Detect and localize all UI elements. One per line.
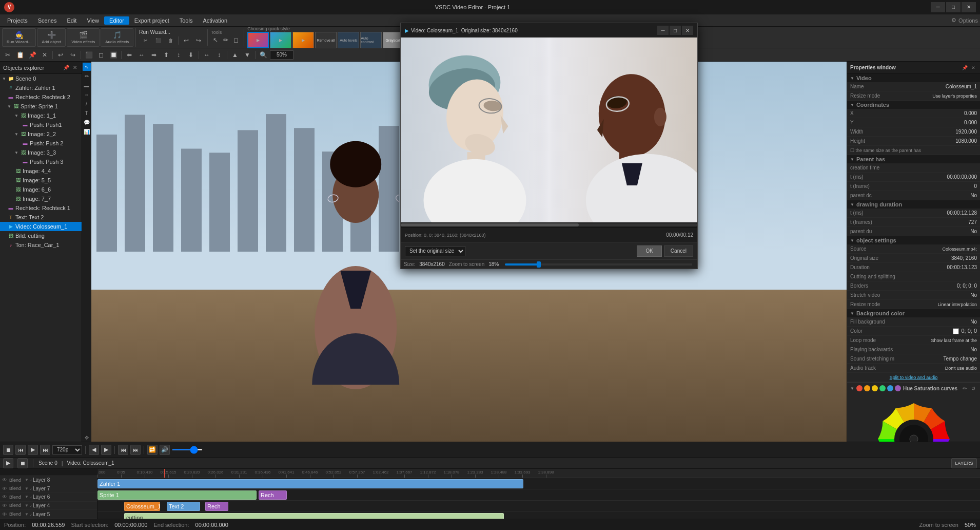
clip-colosseum[interactable]: Colosseum_1 bbox=[124, 502, 160, 511]
tb2-cut[interactable]: ✂ bbox=[2, 50, 13, 60]
tree-text2[interactable]: T Text: Text 2 bbox=[0, 213, 82, 222]
close-button[interactable]: ✕ bbox=[962, 2, 976, 12]
tree-rechteck1[interactable]: ▬ Rechteck: Rechteck 1 bbox=[0, 203, 82, 213]
tb2-deselect[interactable]: ◻ bbox=[95, 50, 107, 60]
modal-scroll-thumb[interactable] bbox=[401, 223, 579, 226]
tb2-align-middle[interactable]: ↕ bbox=[173, 50, 184, 60]
rewind-btn[interactable]: ⏮ bbox=[15, 445, 26, 455]
clip-text2[interactable]: Text 2 bbox=[167, 502, 200, 511]
tree-image55[interactable]: 🖼 Image: 5_5 bbox=[0, 176, 82, 185]
audio-effects-button[interactable]: 🎵 Audio effects bbox=[101, 28, 133, 47]
tree-image66[interactable]: 🖼 Image: 6_6 bbox=[0, 185, 82, 194]
tb2-copy[interactable]: 📋 bbox=[14, 50, 26, 60]
delete-btn[interactable]: 🗑 bbox=[165, 35, 176, 46]
pen-tool[interactable]: ✏ bbox=[221, 35, 230, 45]
quick-style-remove[interactable]: Remove all bbox=[315, 32, 337, 48]
clip-sprite1[interactable]: Sprite 1 bbox=[97, 490, 257, 500]
tb2-align-left[interactable]: ⬅ bbox=[124, 50, 135, 60]
add-object-button[interactable]: ➕ Add object bbox=[37, 28, 66, 47]
props-video-section[interactable]: ▼ Video bbox=[847, 74, 980, 82]
props-pin-btn[interactable]: 📌 bbox=[961, 64, 968, 71]
tb2-undo[interactable]: ↩ bbox=[55, 50, 66, 60]
tree-bild-cutting[interactable]: 🖼 Bild: cutting bbox=[0, 231, 82, 240]
tb2-paste[interactable]: 📌 bbox=[27, 50, 38, 60]
hue-pencil-btn[interactable]: ✏ bbox=[961, 385, 968, 392]
props-drawing-section[interactable]: ▼ drawing duration bbox=[847, 200, 980, 209]
props-bg-section[interactable]: ▼ Background color bbox=[847, 309, 980, 317]
tb2-group[interactable]: 🔲 bbox=[108, 50, 119, 60]
color-dot-purple[interactable] bbox=[895, 385, 901, 391]
tb2-flip-v[interactable]: ↕ bbox=[213, 50, 225, 60]
rect-tool-btn[interactable]: ▬ bbox=[83, 81, 91, 89]
play-btn[interactable]: ▶ bbox=[28, 445, 38, 455]
undo-btn[interactable]: ↩ bbox=[181, 35, 192, 46]
color-dot-blue[interactable] bbox=[887, 385, 893, 391]
quick-style-contrast[interactable]: Auto contrast bbox=[360, 32, 382, 48]
tl-layers-btn[interactable]: LAYERS bbox=[951, 458, 977, 468]
loop-btn[interactable]: 🔁 bbox=[147, 445, 158, 455]
tree-push1[interactable]: ▬ Push: Push1 bbox=[0, 120, 82, 129]
eye-icon-7[interactable]: 👁 bbox=[2, 486, 8, 491]
ellipse-tool-btn[interactable]: ○ bbox=[83, 90, 91, 99]
menu-scenes[interactable]: Scenes bbox=[33, 16, 62, 25]
eye-icon-4[interactable]: 👁 bbox=[2, 503, 8, 508]
color-dot-red[interactable] bbox=[856, 385, 863, 391]
video-effects-button[interactable]: 🎬 Video effects bbox=[67, 28, 100, 47]
color-dot-yellow[interactable] bbox=[872, 385, 878, 391]
modal-size-select[interactable]: Set the original size Fit to window bbox=[405, 246, 465, 256]
quick-style-2[interactable]: ▶ bbox=[270, 32, 291, 48]
tree-scene0[interactable]: ▼ 📁 Scene 0 bbox=[0, 74, 82, 83]
modal-minimize-btn[interactable]: ─ bbox=[657, 26, 669, 35]
select-tool[interactable]: ↖ bbox=[211, 35, 220, 45]
eye-icon-6[interactable]: 👁 bbox=[2, 494, 8, 500]
move-tool-btn[interactable]: ✥ bbox=[83, 433, 91, 442]
color-dot-green[interactable] bbox=[879, 385, 886, 391]
tl-stop-btn[interactable]: ⏹ bbox=[17, 458, 28, 468]
stop-btn[interactable]: ⏹ bbox=[3, 445, 13, 455]
frame-back-btn[interactable]: ◀ bbox=[89, 445, 99, 455]
hue-reset-btn[interactable]: ↺ bbox=[970, 385, 977, 392]
quick-style-3[interactable]: ▶ bbox=[292, 32, 314, 48]
eye-icon-8[interactable]: 👁 bbox=[2, 477, 8, 483]
menu-edit[interactable]: Edit bbox=[62, 16, 82, 25]
tree-push2[interactable]: ▬ Push: Push 2 bbox=[0, 139, 82, 148]
menu-editor[interactable]: Editor bbox=[104, 16, 129, 25]
modal-close-btn[interactable]: ✕ bbox=[682, 26, 693, 35]
minimize-button[interactable]: ─ bbox=[931, 2, 945, 12]
split-btn[interactable]: ⬛ bbox=[152, 35, 164, 46]
panel-close-icon[interactable]: ✕ bbox=[71, 64, 79, 71]
split-value[interactable]: Split to video and audio bbox=[850, 375, 977, 380]
tree-image33[interactable]: ▼ 🖼 Image: 3_3 bbox=[0, 148, 82, 157]
menu-tools[interactable]: Tools bbox=[174, 16, 198, 25]
modal-scrollbar[interactable] bbox=[401, 222, 697, 228]
menu-view[interactable]: View bbox=[82, 16, 104, 25]
run-wizard-button[interactable]: 🧙 Run Wizard... bbox=[2, 28, 36, 47]
props-close-btn[interactable]: ✕ bbox=[970, 64, 977, 71]
quality-select[interactable]: 720p 1080p 480p bbox=[52, 445, 82, 455]
tb2-align-center[interactable]: ↔ bbox=[136, 50, 147, 60]
quick-style-auto-levels[interactable]: Auto levels bbox=[338, 32, 359, 48]
vol-btn[interactable]: 🔊 bbox=[160, 445, 170, 455]
eye-icon-5[interactable]: 👁 bbox=[2, 512, 8, 517]
quick-style-1[interactable]: ▶ bbox=[247, 32, 269, 48]
tb2-delete[interactable]: ✕ bbox=[39, 50, 50, 60]
zoom-input[interactable] bbox=[270, 50, 293, 60]
tree-image11[interactable]: ▼ 🖼 Image: 1_1 bbox=[0, 111, 82, 120]
props-creation-section[interactable]: ▼ Parent has bbox=[847, 155, 980, 163]
props-object-section[interactable]: ▼ object settings bbox=[847, 236, 980, 244]
video-modal-titlebar[interactable]: ▶ Video: Colosseum_1. Original size: 384… bbox=[401, 23, 697, 37]
menu-activation[interactable]: Activation bbox=[198, 16, 232, 25]
panel-pin-icon[interactable]: 📌 bbox=[63, 64, 70, 71]
tb2-select-all[interactable]: ⬛ bbox=[83, 50, 94, 60]
tree-image77[interactable]: 🖼 Image: 7_7 bbox=[0, 194, 82, 203]
tb2-align-right[interactable]: ➡ bbox=[148, 50, 160, 60]
tree-ton-racecar[interactable]: ♪ Ton: Race_Car_1 bbox=[0, 240, 82, 250]
tb2-zoom[interactable]: 🔍 bbox=[258, 50, 269, 60]
props-coords-section[interactable]: ▼ Coordinates bbox=[847, 101, 980, 109]
modal-cancel-btn[interactable]: Cancel bbox=[664, 245, 693, 257]
tree-push3[interactable]: ▬ Push: Push 3 bbox=[0, 157, 82, 166]
tree-video-colosseum[interactable]: ▶ Video: Colosseum_1 bbox=[0, 222, 82, 231]
tree-image44[interactable]: 🖼 Image: 4_4 bbox=[0, 166, 82, 176]
line-tool-btn[interactable]: / bbox=[83, 100, 91, 108]
tb2-align-top[interactable]: ⬆ bbox=[161, 50, 172, 60]
